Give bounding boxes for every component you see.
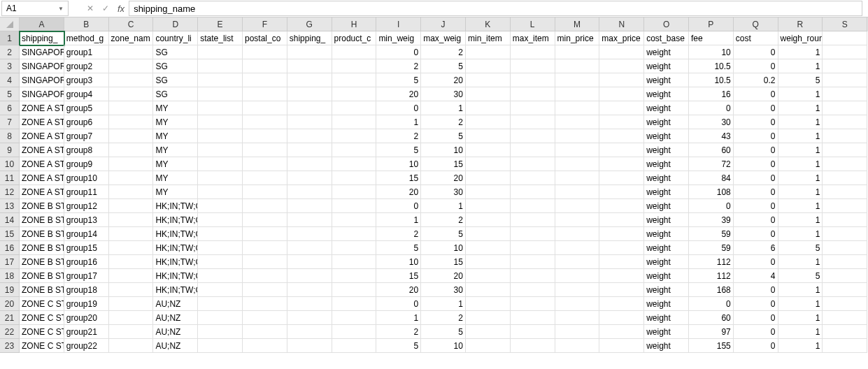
row-header-15[interactable]: 15 <box>0 227 20 241</box>
cell[interactable]: max_item <box>511 31 555 45</box>
cell[interactable]: max_price <box>599 31 644 45</box>
cell[interactable]: 30 <box>689 115 734 129</box>
cell[interactable]: cost <box>734 31 778 45</box>
cell[interactable]: MY <box>153 171 198 185</box>
cell[interactable]: 10.5 <box>689 73 734 87</box>
cell[interactable]: group6 <box>64 115 109 129</box>
cell[interactable]: state_list <box>198 31 243 45</box>
row-header-21[interactable]: 21 <box>0 311 20 325</box>
cell[interactable] <box>109 59 154 73</box>
cell[interactable] <box>823 255 867 269</box>
cell[interactable]: 1 <box>778 171 823 185</box>
cell[interactable] <box>466 311 511 325</box>
cell[interactable]: group3 <box>64 73 109 87</box>
cell[interactable] <box>332 297 377 311</box>
row-header-17[interactable]: 17 <box>0 255 20 269</box>
cell[interactable]: ZONE B ST <box>20 269 64 283</box>
cell[interactable] <box>555 325 600 339</box>
cell[interactable] <box>599 157 644 171</box>
cell[interactable]: min_weig <box>376 31 421 45</box>
cell[interactable] <box>198 115 243 129</box>
cell[interactable]: 0 <box>734 311 778 325</box>
cell[interactable]: max_weig <box>421 31 466 45</box>
cell[interactable] <box>109 157 154 171</box>
cell[interactable]: group13 <box>64 213 109 227</box>
cell[interactable] <box>555 129 600 143</box>
cell[interactable] <box>109 143 154 157</box>
cell[interactable]: group8 <box>64 143 109 157</box>
column-header-B[interactable]: B <box>64 17 109 31</box>
cell[interactable]: 2 <box>376 325 421 339</box>
cell[interactable]: group4 <box>64 87 109 101</box>
cell[interactable] <box>599 311 644 325</box>
cell[interactable]: 1 <box>778 311 823 325</box>
cell[interactable] <box>599 171 644 185</box>
cell[interactable] <box>599 227 644 241</box>
cell[interactable] <box>287 185 332 199</box>
cell[interactable] <box>466 129 511 143</box>
column-header-H[interactable]: H <box>332 17 377 31</box>
cell[interactable] <box>198 227 243 241</box>
cell[interactable] <box>823 241 867 255</box>
cell[interactable]: zone_nam <box>109 31 154 45</box>
cell[interactable]: group21 <box>64 325 109 339</box>
cell[interactable]: 1 <box>376 213 421 227</box>
cell[interactable]: ZONE A ST <box>20 129 64 143</box>
cell[interactable] <box>555 339 600 353</box>
cell[interactable] <box>599 325 644 339</box>
cell[interactable]: group15 <box>64 241 109 255</box>
cell[interactable]: 10 <box>421 339 466 353</box>
cell[interactable]: HK;IN;TW;CN <box>153 213 198 227</box>
cell[interactable]: weight <box>644 73 689 87</box>
cell[interactable] <box>332 59 377 73</box>
cell[interactable] <box>599 185 644 199</box>
fx-icon[interactable]: fx <box>118 3 124 14</box>
cell[interactable]: weight <box>644 325 689 339</box>
cell[interactable]: 0.2 <box>734 73 778 87</box>
cell[interactable] <box>198 213 243 227</box>
cell[interactable] <box>198 45 243 59</box>
cell[interactable] <box>287 115 332 129</box>
cell[interactable]: 1 <box>778 227 823 241</box>
cell[interactable] <box>511 297 555 311</box>
cell[interactable] <box>555 297 600 311</box>
cell[interactable]: 0 <box>376 101 421 115</box>
cell[interactable] <box>109 45 154 59</box>
cell[interactable] <box>511 171 555 185</box>
cell[interactable]: 155 <box>689 339 734 353</box>
column-header-L[interactable]: L <box>511 17 555 31</box>
cell[interactable] <box>287 283 332 297</box>
cell[interactable]: 1 <box>778 115 823 129</box>
cell[interactable] <box>555 227 600 241</box>
cell[interactable] <box>287 255 332 269</box>
cell[interactable] <box>599 199 644 213</box>
cell[interactable] <box>555 185 600 199</box>
cell[interactable]: 0 <box>734 199 778 213</box>
cell[interactable] <box>823 59 867 73</box>
cell[interactable] <box>466 213 511 227</box>
cell[interactable] <box>332 339 377 353</box>
cell[interactable]: AU;NZ <box>153 297 198 311</box>
cell[interactable] <box>243 227 287 241</box>
cell[interactable]: 0 <box>734 115 778 129</box>
cell[interactable]: ZONE A ST <box>20 143 64 157</box>
cell[interactable]: 1 <box>778 59 823 73</box>
cell[interactable] <box>555 269 600 283</box>
cell[interactable]: weight <box>644 269 689 283</box>
row-header-14[interactable]: 14 <box>0 213 20 227</box>
cell[interactable]: group5 <box>64 101 109 115</box>
cell[interactable]: ZONE C ST <box>20 311 64 325</box>
cell[interactable] <box>109 115 154 129</box>
cell[interactable] <box>823 269 867 283</box>
row-header-3[interactable]: 3 <box>0 59 20 73</box>
cell[interactable]: 15 <box>376 269 421 283</box>
cell[interactable]: MY <box>153 129 198 143</box>
cell[interactable] <box>332 157 377 171</box>
cell[interactable]: 0 <box>376 45 421 59</box>
cell[interactable] <box>109 73 154 87</box>
column-header-M[interactable]: M <box>555 17 600 31</box>
cell[interactable] <box>243 199 287 213</box>
cell[interactable]: SG <box>153 59 198 73</box>
cell[interactable] <box>243 297 287 311</box>
cell[interactable]: 39 <box>689 213 734 227</box>
